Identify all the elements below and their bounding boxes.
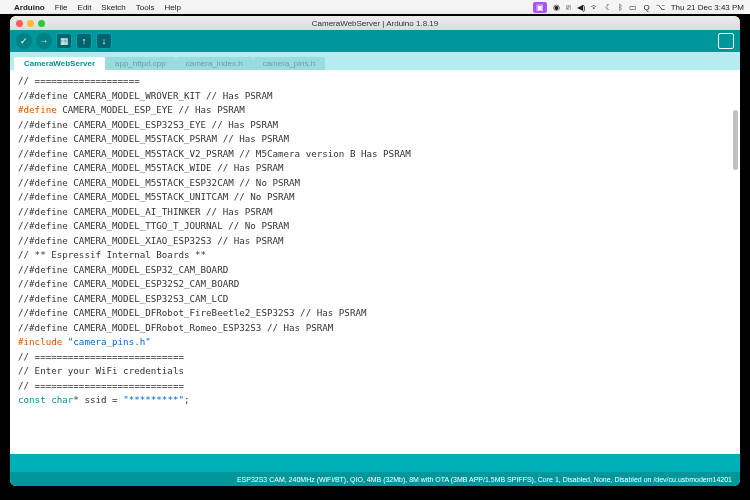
code-line: //#define CAMERA_MODEL_DFRobot_Romeo_ESP… <box>18 321 732 336</box>
code-line: //#define CAMERA_MODEL_WROVER_KIT // Has… <box>18 89 732 104</box>
traffic-lights <box>16 20 45 27</box>
code-line: //#define CAMERA_MODEL_M5STACK_WIDE // H… <box>18 161 732 176</box>
control-center-icon[interactable]: ⌥ <box>656 3 665 12</box>
window-title: CameraWebServer | Arduino 1.8.19 <box>312 19 438 28</box>
code-line: //#define CAMERA_MODEL_ESP32S2_CAM_BOARD <box>18 277 732 292</box>
code-line: //#define CAMERA_MODEL_XIAO_ESP32S3 // H… <box>18 234 732 249</box>
bluetooth-icon[interactable]: ᛒ <box>618 3 623 12</box>
code-line: #include "camera_pins.h" <box>18 335 732 350</box>
output-console[interactable] <box>10 454 740 472</box>
tab-camera-pins[interactable]: camera_pins.h <box>253 57 325 70</box>
code-line: //#define CAMERA_MODEL_M5STACK_ESP32CAM … <box>18 176 732 191</box>
save-sketch-button[interactable]: ↓ <box>96 33 112 49</box>
code-line: // Enter your WiFi credentials <box>18 364 732 379</box>
menubar-datetime[interactable]: Thu 21 Dec 3:43 PM <box>671 3 744 12</box>
open-sketch-button[interactable]: ↑ <box>76 33 92 49</box>
tab-camera-index[interactable]: camera_index.h <box>176 57 253 70</box>
menubar-sketch[interactable]: Sketch <box>101 3 125 12</box>
code-line: // =========================== <box>18 379 732 394</box>
dnd-icon[interactable]: ☾ <box>605 3 612 12</box>
menubar-status-area: ▣ ◉ ⎚ ◀︎) ᯤ ☾ ᛒ ▭ Q ⌥ Thu 21 Dec 3:43 PM <box>533 2 744 13</box>
sketch-tabs: CameraWebServer app_httpd.cpp camera_ind… <box>10 52 740 70</box>
code-line: //#define CAMERA_MODEL_M5STACK_UNITCAM /… <box>18 190 732 205</box>
zoom-window-button[interactable] <box>38 20 45 27</box>
code-line: // =================== <box>18 74 732 89</box>
code-line: //#define CAMERA_MODEL_ESP32S3_CAM_LCD <box>18 292 732 307</box>
code-line: //#define CAMERA_MODEL_DFRobot_FireBeetl… <box>18 306 732 321</box>
battery-icon[interactable]: ▭ <box>629 3 637 12</box>
code-line: //#define CAMERA_MODEL_TTGO_T_JOURNAL //… <box>18 219 732 234</box>
code-content: // ===================//#define CAMERA_M… <box>18 74 732 408</box>
arduino-window: CameraWebServer | Arduino 1.8.19 ✓ → ▦ ↑… <box>10 16 740 486</box>
volume-icon[interactable]: ◉ <box>553 3 560 12</box>
tab-camerawebserver[interactable]: CameraWebServer <box>14 57 105 70</box>
tab-app-httpd[interactable]: app_httpd.cpp <box>105 57 176 70</box>
sound-icon[interactable]: ◀︎) <box>577 3 586 12</box>
code-line: #define CAMERA_MODEL_ESP_EYE // Has PSRA… <box>18 103 732 118</box>
status-footer: ESP32S3 CAM, 240MHz (WiFi/BT), QIO, 4MB … <box>10 472 740 486</box>
new-sketch-button[interactable]: ▦ <box>56 33 72 49</box>
recording-indicator-icon[interactable]: ▣ <box>533 2 547 13</box>
menubar-edit[interactable]: Edit <box>78 3 92 12</box>
code-editor[interactable]: // ===================//#define CAMERA_M… <box>10 70 740 454</box>
macos-menubar: Arduino File Edit Sketch Tools Help ▣ ◉ … <box>0 0 750 14</box>
verify-button[interactable]: ✓ <box>16 33 32 49</box>
minimize-window-button[interactable] <box>27 20 34 27</box>
arduino-toolbar: ✓ → ▦ ↑ ↓ <box>10 30 740 52</box>
code-line: //#define CAMERA_MODEL_ESP32_CAM_BOARD <box>18 263 732 278</box>
menubar-tools[interactable]: Tools <box>136 3 155 12</box>
letterbox-bottom <box>0 490 750 500</box>
code-line: //#define CAMERA_MODEL_M5STACK_PSRAM // … <box>18 132 732 147</box>
serial-monitor-button[interactable] <box>718 33 734 49</box>
code-line: const char* ssid = "*********"; <box>18 393 732 408</box>
window-titlebar[interactable]: CameraWebServer | Arduino 1.8.19 <box>10 16 740 30</box>
menubar-file[interactable]: File <box>55 3 68 12</box>
spotlight-icon[interactable]: Q <box>643 3 649 12</box>
menubar-help[interactable]: Help <box>165 3 181 12</box>
board-status-text: ESP32S3 CAM, 240MHz (WiFi/BT), QIO, 4MB … <box>237 476 732 483</box>
close-window-button[interactable] <box>16 20 23 27</box>
upload-button[interactable]: → <box>36 33 52 49</box>
display-icon[interactable]: ⎚ <box>566 3 571 12</box>
editor-scrollbar[interactable] <box>733 110 738 170</box>
code-line: //#define CAMERA_MODEL_M5STACK_V2_PSRAM … <box>18 147 732 162</box>
wifi-icon[interactable]: ᯤ <box>591 3 599 12</box>
code-line: // ** Espressif Internal Boards ** <box>18 248 732 263</box>
menubar-appname[interactable]: Arduino <box>14 3 45 12</box>
code-line: //#define CAMERA_MODEL_ESP32S3_EYE // Ha… <box>18 118 732 133</box>
code-line: //#define CAMERA_MODEL_AI_THINKER // Has… <box>18 205 732 220</box>
code-line: // =========================== <box>18 350 732 365</box>
